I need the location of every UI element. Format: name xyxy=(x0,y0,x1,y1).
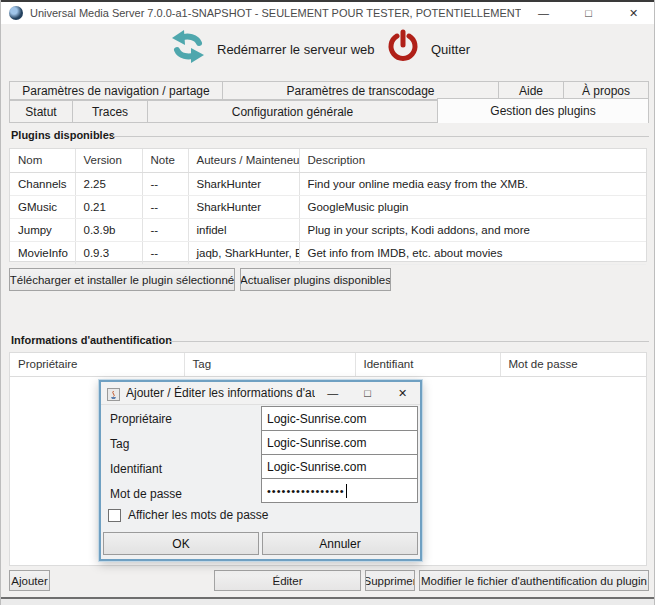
cell: -- xyxy=(142,172,188,195)
proprietaire-value: Logic-Sunrise.com xyxy=(267,412,366,426)
auth-table-header: Propriétaire Tag Identifiant Mot de pass… xyxy=(10,353,646,376)
dialog-close-button[interactable]: ✕ xyxy=(385,382,420,404)
quit-button[interactable]: Quitter xyxy=(385,29,470,69)
column-header-nom[interactable]: Nom xyxy=(10,149,75,172)
dialog-title: Ajouter / Éditer les informations d'aut.… xyxy=(126,386,315,400)
cell: -- xyxy=(142,195,188,218)
window-title: Universal Media Server 7.0.0-a1-SNAPSHOT… xyxy=(30,7,521,19)
cell: 0.21 xyxy=(75,195,142,218)
cell: -- xyxy=(142,241,188,264)
cell: GMusic xyxy=(10,195,75,218)
cancel-button[interactable]: Annuler xyxy=(262,532,418,555)
tab-traces[interactable]: Traces xyxy=(72,100,148,123)
cell: SharkHunter xyxy=(188,172,299,195)
cell: 0.9.3 xyxy=(75,241,142,264)
toolbar: Redémarrer le serveur web Quitter xyxy=(1,24,655,81)
identifiant-field[interactable]: Logic-Sunrise.com xyxy=(261,454,418,479)
plugins-table: Nom Version Note Auteurs / Mainteneurs D… xyxy=(9,148,647,262)
cell: GoogleMusic plugin xyxy=(299,195,646,218)
restart-arrows-icon xyxy=(169,29,207,69)
auth-section-title: Informations d'authentification xyxy=(11,334,172,346)
window-bottom-fill xyxy=(1,599,655,605)
table-row-gmusic[interactable]: GMusic 0.21 -- SharkHunter GoogleMusic p… xyxy=(10,195,646,218)
mot-de-passe-value: •••••••••••••••• xyxy=(267,485,345,497)
tab-gestion-des-plugins[interactable]: Gestion des plugins xyxy=(437,98,649,123)
restart-web-server-label: Redémarrer le serveur web xyxy=(217,42,375,57)
mot-de-passe-label: Mot de passe xyxy=(110,487,182,501)
tab-parametres-navigation-partage[interactable]: Paramètres de navigation / partage xyxy=(9,81,223,100)
edit-button[interactable]: Éditer xyxy=(214,570,361,591)
auth-edit-dialog: Ajouter / Éditer les informations d'aut.… xyxy=(99,380,422,561)
ok-button[interactable]: OK xyxy=(103,532,259,555)
minimize-button[interactable]: — xyxy=(521,2,566,24)
install-selected-plugin-button[interactable]: Télécharger et installer le plugin sélec… xyxy=(9,268,235,291)
plugins-section-title: Plugins disponibles xyxy=(11,129,115,141)
auth-section-line xyxy=(169,341,649,342)
tab-statut[interactable]: Statut xyxy=(9,100,73,123)
cell: 2.25 xyxy=(75,172,142,195)
text-caret xyxy=(346,484,347,498)
window-controls: — □ ✕ xyxy=(521,2,655,24)
tag-field[interactable]: Logic-Sunrise.com xyxy=(261,430,418,455)
column-header-identifiant[interactable]: Identifiant xyxy=(355,353,500,376)
close-button[interactable]: ✕ xyxy=(611,2,655,24)
cell: jaqb, SharkHunter, ExSport xyxy=(188,241,299,264)
column-header-mot-de-passe[interactable]: Mot de passe xyxy=(500,353,646,376)
titlebar[interactable]: Universal Media Server 7.0.0-a1-SNAPSHOT… xyxy=(1,2,655,24)
plugins-section-line xyxy=(113,136,649,137)
cell: Jumpy xyxy=(10,218,75,241)
app-icon xyxy=(9,6,23,20)
dialog-minimize-button[interactable]: — xyxy=(315,382,350,404)
show-passwords-label: Afficher les mots de passe xyxy=(128,508,269,522)
cell: SharkHunter xyxy=(188,195,299,218)
cell: infidel xyxy=(188,218,299,241)
delete-button[interactable]: Supprimer xyxy=(365,570,415,591)
power-icon xyxy=(385,29,421,69)
cell: -- xyxy=(142,218,188,241)
table-row-movieinfo[interactable]: MovieInfo 0.9.3 -- jaqb, SharkHunter, Ex… xyxy=(10,241,646,264)
column-header-version[interactable]: Version xyxy=(75,149,142,172)
cell: 0.3.9b xyxy=(75,218,142,241)
cell: Channels xyxy=(10,172,75,195)
main-window: Universal Media Server 7.0.0-a1-SNAPSHOT… xyxy=(0,0,655,605)
proprietaire-label: Propriétaire xyxy=(110,412,172,426)
modify-auth-file-button[interactable]: Modifier le fichier d'authentification d… xyxy=(419,570,649,591)
column-header-description[interactable]: Description xyxy=(299,149,646,172)
column-header-auteurs[interactable]: Auteurs / Mainteneurs xyxy=(188,149,299,172)
proprietaire-field[interactable]: Logic-Sunrise.com xyxy=(261,406,418,431)
java-app-icon xyxy=(107,387,120,400)
dialog-maximize-button[interactable]: □ xyxy=(350,382,385,404)
quit-label: Quitter xyxy=(431,42,470,57)
tag-label: Tag xyxy=(110,437,129,451)
tab-configuration-generale[interactable]: Configuration générale xyxy=(147,100,438,123)
tag-value: Logic-Sunrise.com xyxy=(267,436,366,450)
refresh-plugins-button[interactable]: Actualiser plugins disponibles xyxy=(240,268,391,291)
column-header-tag[interactable]: Tag xyxy=(184,353,355,376)
identifiant-label: Identifiant xyxy=(110,462,162,476)
plugins-table-header: Nom Version Note Auteurs / Mainteneurs D… xyxy=(10,149,646,172)
identifiant-value: Logic-Sunrise.com xyxy=(267,460,366,474)
table-row-jumpy[interactable]: Jumpy 0.3.9b -- infidel Plug in your scr… xyxy=(10,218,646,241)
dialog-titlebar[interactable]: Ajouter / Éditer les informations d'aut.… xyxy=(101,382,420,405)
table-row-channels[interactable]: Channels 2.25 -- SharkHunter Find your o… xyxy=(10,172,646,195)
cell: Find your online media easy from the XMB… xyxy=(299,172,646,195)
column-header-proprietaire[interactable]: Propriétaire xyxy=(10,353,184,376)
cell: Plug in your scripts, Kodi addons, and m… xyxy=(299,218,646,241)
mot-de-passe-field[interactable]: •••••••••••••••• xyxy=(261,478,418,503)
add-button[interactable]: Ajouter xyxy=(9,570,50,591)
show-passwords-checkbox[interactable] xyxy=(108,509,121,522)
column-header-note[interactable]: Note xyxy=(142,149,188,172)
maximize-button[interactable]: □ xyxy=(566,2,611,24)
restart-web-server-button[interactable]: Redémarrer le serveur web xyxy=(169,29,375,69)
cell: MovieInfo xyxy=(10,241,75,264)
cell: Get info from IMDB, etc. about movies xyxy=(299,241,646,264)
